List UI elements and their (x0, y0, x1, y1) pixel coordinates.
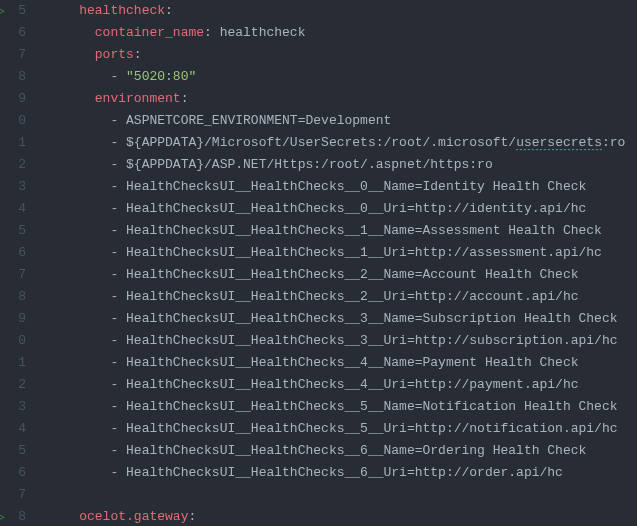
code-line: ports: (48, 44, 625, 66)
code-line: - HealthChecksUI__HealthChecks__2__Uri=h… (48, 286, 625, 308)
code-line: - "5020:80" (48, 66, 625, 88)
line-number: 3 (0, 396, 26, 418)
code-line: - HealthChecksUI__HealthChecks__3__Name=… (48, 308, 625, 330)
line-number: ▷8 (0, 506, 26, 526)
line-number: 7 (0, 44, 26, 66)
code-line: - HealthChecksUI__HealthChecks__2__Name=… (48, 264, 625, 286)
line-number: 9 (0, 88, 26, 110)
line-number: 6 (0, 242, 26, 264)
code-line: environment: (48, 88, 625, 110)
code-line: ocelot.gateway: (48, 506, 625, 526)
line-number: 7 (0, 484, 26, 506)
line-number: 2 (0, 154, 26, 176)
line-number: 2 (0, 374, 26, 396)
run-icon[interactable]: ▷ (0, 0, 5, 22)
run-icon[interactable]: ▷ (0, 506, 5, 526)
code-line: - HealthChecksUI__HealthChecks__1__Uri=h… (48, 242, 625, 264)
code-area[interactable]: healthcheck: container_name: healthcheck… (34, 0, 625, 526)
line-number: 4 (0, 418, 26, 440)
line-number: 5 (0, 440, 26, 462)
line-number: 4 (0, 198, 26, 220)
code-line: - HealthChecksUI__HealthChecks__0__Name=… (48, 176, 625, 198)
code-line: - HealthChecksUI__HealthChecks__3__Uri=h… (48, 330, 625, 352)
code-line: - HealthChecksUI__HealthChecks__5__Name=… (48, 396, 625, 418)
line-number: 5 (0, 220, 26, 242)
code-line: healthcheck: (48, 0, 625, 22)
code-line (48, 484, 625, 506)
code-line: - HealthChecksUI__HealthChecks__1__Name=… (48, 220, 625, 242)
code-line: - HealthChecksUI__HealthChecks__4__Uri=h… (48, 374, 625, 396)
line-number: 6 (0, 22, 26, 44)
line-number: 9 (0, 308, 26, 330)
line-number: 8 (0, 286, 26, 308)
code-line: - ASPNETCORE_ENVIRONMENT=Development (48, 110, 625, 132)
line-number: 3 (0, 176, 26, 198)
line-number: 8 (0, 66, 26, 88)
line-number: 0 (0, 330, 26, 352)
line-number: 6 (0, 462, 26, 484)
code-editor: ▷56789012345678901234567▷8 healthcheck: … (0, 0, 637, 526)
code-line: - HealthChecksUI__HealthChecks__5__Uri=h… (48, 418, 625, 440)
code-line: - HealthChecksUI__HealthChecks__6__Name=… (48, 440, 625, 462)
code-line: - ${APPDATA}/Microsoft/UserSecrets:/root… (48, 132, 625, 154)
code-line: - ${APPDATA}/ASP.NET/Https:/root/.aspnet… (48, 154, 625, 176)
line-number: 1 (0, 132, 26, 154)
line-number: ▷5 (0, 0, 26, 22)
code-line: container_name: healthcheck (48, 22, 625, 44)
line-number-gutter: ▷56789012345678901234567▷8 (0, 0, 34, 526)
code-line: - HealthChecksUI__HealthChecks__0__Uri=h… (48, 198, 625, 220)
line-number: 7 (0, 264, 26, 286)
line-number: 0 (0, 110, 26, 132)
code-line: - HealthChecksUI__HealthChecks__4__Name=… (48, 352, 625, 374)
line-number: 1 (0, 352, 26, 374)
code-line: - HealthChecksUI__HealthChecks__6__Uri=h… (48, 462, 625, 484)
